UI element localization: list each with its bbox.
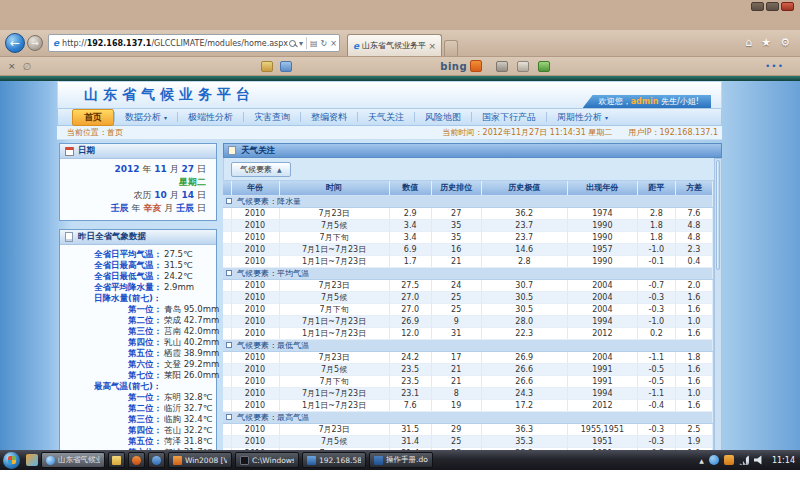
cmd-icon: [240, 456, 249, 465]
network-icon[interactable]: [739, 455, 749, 465]
column-header: 历史极值: [481, 181, 567, 195]
compatibility-view-icon[interactable]: ▤: [310, 39, 318, 48]
stat-label: 全省日平均气温：: [60, 249, 162, 260]
close-button[interactable]: [781, 2, 794, 11]
nav-tab-9[interactable]: 周期性分析▾: [547, 111, 618, 124]
table-cell: -0.7: [637, 279, 675, 291]
table-cell: 9: [431, 315, 481, 327]
taskbar-app-button[interactable]: [148, 452, 165, 468]
nav-tab-8[interactable]: 国家下行产品: [472, 111, 546, 124]
table-cell: 2010: [231, 255, 279, 267]
stat-value: 24.2℃: [164, 271, 192, 282]
row-stub-cell: [223, 255, 231, 267]
table-cell: -1.0: [637, 315, 675, 327]
date-part: 年: [140, 164, 155, 174]
maximize-button[interactable]: [766, 2, 779, 11]
search-dropdown-icon[interactable]: ▾: [299, 39, 303, 48]
table-group-label: 气候要素：平均气温: [237, 269, 309, 278]
rank-label: 第六位：: [60, 359, 162, 370]
share-icon[interactable]: [538, 61, 550, 72]
taskbar-button-4[interactable]: 操作手册.docx...: [369, 452, 433, 468]
more-options-icon[interactable]: •••: [765, 61, 784, 71]
pinned-app-icon[interactable]: [26, 454, 38, 466]
new-tab-button[interactable]: [444, 40, 458, 56]
checkbox-icon[interactable]: [226, 342, 232, 348]
url-text[interactable]: http://192.168.137.1/GLCCLIMATE/modules/…: [62, 39, 289, 48]
message-icon[interactable]: [280, 61, 292, 72]
date-part: 27: [182, 164, 195, 174]
taskbar-button-2[interactable]: C:\Windows\s...: [235, 452, 299, 468]
table-cell: 21: [431, 363, 481, 375]
camera-icon[interactable]: [496, 61, 508, 72]
effects-icon[interactable]: [517, 61, 529, 72]
nav-tab-label: 灾害查询: [254, 111, 290, 124]
stat-line: 全省日最低气温：24.2℃: [60, 271, 214, 282]
taskbar-clock[interactable]: 11:14: [772, 456, 795, 465]
nav-tab-6[interactable]: 天气关注: [358, 111, 414, 124]
scrollbar-thumb[interactable]: [716, 160, 720, 270]
table-cell: -0.5: [637, 363, 675, 375]
column-header: 数值: [389, 181, 431, 195]
nav-tab-3[interactable]: 极端性分析: [178, 111, 243, 124]
table-cell: 26.9: [389, 315, 431, 327]
table-cell: 31: [431, 327, 481, 339]
date-part: 2012: [115, 164, 140, 174]
ie-icon: [46, 456, 55, 465]
table-cell: 30.7: [481, 279, 567, 291]
taskbar-media-button[interactable]: [128, 452, 145, 468]
taskbar-ie-button[interactable]: 山东省气候业...: [41, 452, 105, 468]
rdp-icon: [307, 456, 316, 465]
checkbox-icon[interactable]: [226, 198, 232, 204]
flag-icon[interactable]: [724, 455, 734, 465]
blocked-icon[interactable]: ∅: [23, 61, 32, 72]
search-icon[interactable]: [289, 40, 296, 47]
taskbar-explorer-button[interactable]: [108, 452, 125, 468]
checkbox-icon[interactable]: [226, 270, 232, 276]
table-cell: 2010: [231, 327, 279, 339]
nav-tab-1[interactable]: 首页: [72, 109, 114, 126]
table-cell: 7.6: [389, 399, 431, 411]
taskbar-button-3[interactable]: 192.168.58.99...: [302, 452, 366, 468]
taskbar-button-1[interactable]: Win2008 [V52...: [168, 452, 232, 468]
bing-logo[interactable]: bing: [440, 60, 482, 72]
nav-tab-7[interactable]: 风险地图: [415, 111, 471, 124]
date-panel: 日期 2012 年 11 月 27 日星期二农历 10 月 14 日壬辰 年 辛…: [59, 143, 217, 221]
nav-tab-4[interactable]: 灾害查询: [244, 111, 300, 124]
start-button[interactable]: [3, 452, 20, 469]
back-button[interactable]: ←: [5, 33, 25, 53]
stop-icon[interactable]: ×: [330, 39, 337, 48]
home-icon[interactable]: ⌂: [745, 36, 752, 49]
table-cell: 7月1日~7月23日: [279, 315, 389, 327]
rank-line: 第二位：临沂 32.7℃: [60, 403, 214, 414]
welcome-ribbon: 欢迎您，admin 先生/小姐!: [583, 95, 711, 108]
mail-icon[interactable]: [261, 61, 273, 72]
browser-tab[interactable]: e 山东省气候业务平... ×: [347, 34, 442, 56]
table-scrollbar[interactable]: [714, 158, 722, 450]
date-part: 星期二: [179, 177, 206, 187]
tools-icon[interactable]: ⚙: [780, 36, 790, 49]
rank-value: 文登 29.2mm: [164, 359, 219, 370]
hidden-icons-caret[interactable]: ▲: [699, 457, 704, 464]
volume-icon[interactable]: [754, 455, 764, 465]
column-header: 出现年份: [567, 181, 637, 195]
minimize-button[interactable]: [751, 2, 764, 11]
rank-label: 第二位：: [60, 315, 162, 326]
user-ip: 用户IP：192.168.137.1: [628, 127, 718, 138]
table-cell: 23.1: [389, 387, 431, 399]
action-center-icon[interactable]: [709, 455, 719, 465]
refresh-icon[interactable]: ↻: [321, 39, 328, 48]
forward-button[interactable]: →: [27, 35, 43, 51]
address-bar[interactable]: e http://192.168.137.1/GLCCLIMATE/module…: [48, 34, 340, 52]
climate-element-button[interactable]: 气候要素 ▲: [231, 162, 291, 177]
tab-close-icon[interactable]: ×: [426, 41, 438, 51]
favorites-icon[interactable]: ★: [761, 36, 771, 49]
nav-tab-2[interactable]: 数据分析▾: [115, 111, 177, 124]
table-row: 20107月下旬23.52126.61991-0.51.6: [223, 375, 713, 387]
nav-tab-5[interactable]: 整编资料: [301, 111, 357, 124]
rank-line: 第一位：东明 32.8℃: [60, 392, 214, 403]
table-cell: -0.1: [637, 255, 675, 267]
toolbar-close-icon[interactable]: ×: [8, 61, 16, 71]
table-cell: 19: [431, 399, 481, 411]
checkbox-icon[interactable]: [226, 414, 232, 420]
row-stub-cell: [223, 327, 231, 339]
